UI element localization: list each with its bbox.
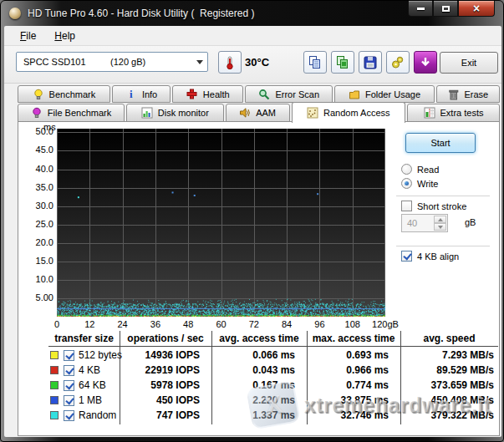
folder-icon xyxy=(349,89,360,100)
drive-selector[interactable]: SPCC SSD101 (120 gB) xyxy=(16,52,208,72)
tab-error-scan[interactable]: Error Scan xyxy=(245,85,333,103)
bar-chart-icon xyxy=(141,107,153,119)
thermometer-icon xyxy=(222,55,237,70)
y-axis-tick-label: 25.0 xyxy=(18,219,53,229)
row-checkbox[interactable] xyxy=(64,395,74,406)
tab-file-benchmark[interactable]: File Benchmark xyxy=(18,104,125,122)
copy-image-button[interactable] xyxy=(331,51,354,74)
row-checkbox[interactable] xyxy=(64,365,74,376)
tab-info[interactable]: i Info xyxy=(112,85,171,103)
save-button[interactable] xyxy=(359,51,382,74)
table-row: 4 KB 22919 IOPS 0.043 ms 0.966 ms 89.529… xyxy=(18,363,500,378)
y-axis-tick-label: 5.00 xyxy=(18,292,53,302)
y-axis-tick-label: 30.0 xyxy=(18,201,53,211)
menu-file[interactable]: File xyxy=(13,28,43,44)
minimize-button[interactable] xyxy=(408,1,433,17)
y-axis-tick-label: 10.0 xyxy=(18,274,53,284)
read-radio-circle[interactable] xyxy=(401,164,412,175)
spinner-down-button[interactable] xyxy=(434,223,446,231)
chart-grid-icon xyxy=(424,107,435,119)
x-axis-tick-label: 12 xyxy=(84,319,94,329)
series-color-swatch xyxy=(50,366,59,374)
close-button[interactable]: × xyxy=(458,1,495,17)
scatter-icon xyxy=(307,107,318,119)
speaker-icon xyxy=(239,107,251,119)
x-axis-tick-label: 0 xyxy=(54,319,59,329)
series-color-swatch xyxy=(50,411,59,419)
y-axis-labels: 50.045.040.035.030.025.020.015.010.05.00 xyxy=(18,122,53,323)
lightbulb-purple-icon xyxy=(31,107,43,119)
capacity-unit-label: gB xyxy=(465,217,476,227)
tab-aam[interactable]: AAM xyxy=(226,104,290,122)
app-window: HD Tune Pro 4.60 - Hard Disk Utility ( R… xyxy=(0,0,504,442)
table-row: 64 KB 5978 IOPS 0.167 ms 0.774 ms 373.65… xyxy=(18,378,500,394)
random-access-page: ms 50.045.040.035.030.025.020.015.010.05… xyxy=(18,121,500,436)
x-axis-tick-label: 72 xyxy=(249,319,259,329)
app-icon xyxy=(9,8,21,19)
series-color-swatch xyxy=(50,381,59,389)
tab-disk-monitor[interactable]: Disk monitor xyxy=(126,104,224,122)
lightbulb-yellow-icon xyxy=(33,89,44,100)
menu-help[interactable]: Help xyxy=(47,28,83,44)
short-stroke-checkbox[interactable]: Short stroke xyxy=(401,201,466,211)
floppy-disk-icon xyxy=(363,55,378,70)
exit-button[interactable]: Exit xyxy=(440,52,498,74)
write-radio[interactable]: Write xyxy=(401,178,438,189)
tab-health[interactable]: Health xyxy=(172,85,243,103)
copy-pages-icon xyxy=(308,55,323,70)
magnifier-icon xyxy=(258,89,270,100)
y-axis-tick-label: 15.0 xyxy=(18,256,53,266)
spinner-up-button[interactable] xyxy=(434,216,446,223)
kb-align-box[interactable] xyxy=(401,251,412,262)
kb-align-checkbox[interactable]: 4 KB align xyxy=(401,251,459,262)
tab-folder-usage[interactable]: Folder Usage xyxy=(334,85,435,103)
maximize-button[interactable] xyxy=(433,1,458,17)
health-cross-icon xyxy=(186,89,198,100)
download-arrow-icon xyxy=(418,55,433,70)
tab-random-access[interactable]: Random Access xyxy=(292,102,406,123)
maximize-icon xyxy=(442,6,450,12)
series-color-swatch xyxy=(50,396,59,404)
read-radio[interactable]: Read xyxy=(401,164,439,175)
row-checkbox[interactable] xyxy=(64,410,74,421)
x-axis-tick-label: 36 xyxy=(150,319,160,329)
row-checkbox[interactable] xyxy=(64,350,74,361)
temperature-button[interactable] xyxy=(218,51,242,74)
x-axis-tick-label: 60 xyxy=(216,319,226,329)
drive-name: SPCC SSD101 xyxy=(23,57,86,67)
tab-strip: Benchmark i Info Health Error Scan Folde… xyxy=(18,85,500,122)
table-row: 1 MB 450 IOPS 2.220 ms 33.875 ms 450.408… xyxy=(18,394,500,409)
y-axis-tick-label: 45.0 xyxy=(18,145,53,155)
random-access-chart xyxy=(57,129,385,317)
table-row: Random 747 IOPS 1.337 ms 32.746 ms 379.3… xyxy=(18,409,500,424)
tab-extra-tests[interactable]: Extra tests xyxy=(407,104,500,122)
x-axis-tick-label: 120gB xyxy=(372,319,399,329)
row-checkbox[interactable] xyxy=(64,380,74,391)
title-bar[interactable]: HD Tune Pro 4.60 - Hard Disk Utility ( R… xyxy=(1,1,503,26)
y-axis-unit-label: ms xyxy=(43,122,56,132)
capacity-spinner[interactable]: 40 xyxy=(401,214,448,232)
capture-button[interactable] xyxy=(414,51,437,74)
x-axis-labels: 01224364860728496108120gB xyxy=(18,319,500,331)
temperature-value: 30°C xyxy=(245,56,269,69)
table-header-rule xyxy=(48,346,498,347)
tab-benchmark[interactable]: Benchmark xyxy=(18,85,110,103)
window-title: HD Tune Pro 4.60 - Hard Disk Utility ( R… xyxy=(28,8,254,19)
separator xyxy=(396,246,490,246)
close-icon: × xyxy=(473,3,480,14)
copy-pages-green-icon xyxy=(335,55,350,70)
toolbar: SPCC SSD101 (120 gB) 30°C xyxy=(4,46,501,84)
copy-text-button[interactable] xyxy=(303,51,327,74)
y-axis-tick-label: 20.0 xyxy=(18,237,53,247)
table-row: 512 bytes 14936 IOPS 0.066 ms 0.693 ms 7… xyxy=(18,348,500,363)
tab-erase[interactable]: Erase xyxy=(436,85,500,103)
x-axis-tick-label: 84 xyxy=(282,319,292,329)
menu-bar: File Help xyxy=(4,27,501,46)
short-stroke-box[interactable] xyxy=(401,201,412,211)
capacity-value: 40 xyxy=(407,218,417,228)
x-axis-tick-label: 48 xyxy=(183,319,193,329)
options-button[interactable] xyxy=(386,51,410,74)
x-axis-tick-label: 24 xyxy=(117,319,127,329)
start-button[interactable]: Start xyxy=(405,133,476,153)
write-radio-circle[interactable] xyxy=(401,178,412,189)
